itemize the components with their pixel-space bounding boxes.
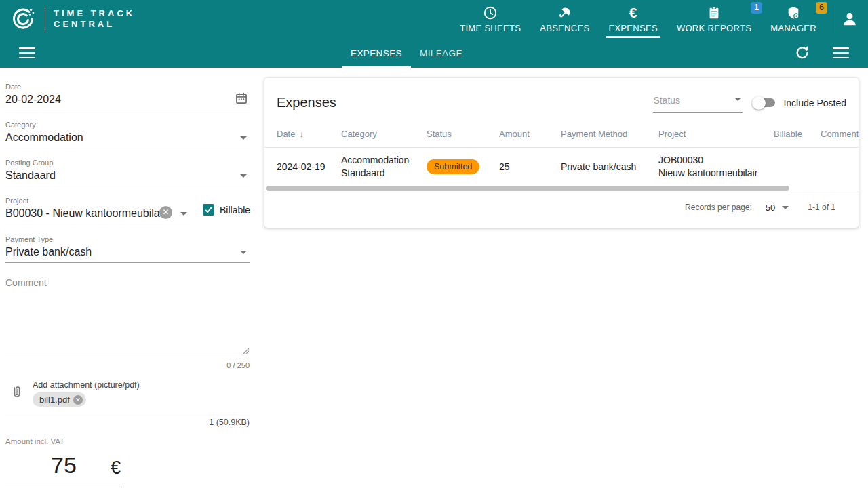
toggle-knob[interactable] — [752, 96, 766, 110]
app-logo: TIME TRACK CENTRAL — [0, 5, 135, 33]
chevron-down-icon[interactable] — [782, 206, 789, 209]
amount-label: Amount incl. VAT — [5, 437, 250, 445]
column-header-payment-method[interactable]: Payment Method — [561, 129, 658, 139]
nav-time-sheets[interactable]: TIME SHEETS — [458, 0, 523, 38]
attachment-filename: bill1.pdf — [39, 394, 70, 405]
cell-category: Accommodation Standaard — [341, 154, 427, 180]
amount-input[interactable]: 75 € — [5, 447, 122, 487]
top-app-bar: TIME TRACK CENTRAL TIME SHEETS ABSENCES … — [0, 0, 868, 38]
billable-checkbox[interactable] — [203, 204, 214, 216]
posting-group-field[interactable]: Posting Group Standaard — [5, 156, 250, 186]
remove-attachment-icon[interactable]: ✕ — [73, 395, 83, 405]
payment-type-value[interactable]: Private bank/cash — [5, 244, 250, 260]
manager-shield-icon — [786, 5, 801, 20]
add-attachment-label[interactable]: Add attachment (picture/pdf) — [33, 380, 140, 390]
clock-icon — [483, 5, 498, 20]
cell-project: JOB00030 Nieuw kantoormeubilair — [658, 154, 774, 180]
check-icon — [203, 205, 214, 215]
comment-char-counter: 0 / 250 — [5, 361, 250, 369]
attachment-summary: 1 (50.9KB) — [5, 418, 250, 427]
chevron-down-icon[interactable] — [240, 251, 247, 254]
sort-desc-icon[interactable]: ↓ — [299, 129, 304, 139]
logo-line2: CENTRAL — [54, 19, 135, 30]
status-filter-select[interactable]: Status — [653, 93, 743, 113]
currency-symbol: € — [111, 458, 121, 479]
billable-label: Billable — [220, 205, 250, 216]
posting-group-value[interactable]: Standaard — [5, 167, 250, 183]
table-row[interactable]: 2024-02-19 Accommodation Standaard Submi… — [264, 148, 859, 186]
chevron-down-icon[interactable] — [734, 98, 741, 101]
nav-label: MANAGER — [770, 23, 816, 33]
work-reports-badge: 1 — [751, 2, 762, 14]
user-divider — [831, 5, 831, 33]
payment-type-field[interactable]: Payment Type Private bank/cash — [5, 232, 250, 263]
column-header-date[interactable]: Date↓ — [277, 129, 341, 139]
scrollbar-thumb[interactable] — [266, 186, 789, 191]
expenses-list-card: Expenses Status Include Posted Date↓ Cat… — [264, 78, 859, 228]
category-field[interactable]: Category Accommodation — [5, 118, 250, 148]
column-header-amount[interactable]: Amount — [499, 129, 561, 139]
tab-expenses[interactable]: EXPENSES — [342, 38, 411, 68]
comment-textarea[interactable] — [5, 292, 250, 357]
chevron-down-icon[interactable] — [240, 174, 247, 178]
nav-label: EXPENSES — [608, 23, 657, 33]
logo-line1: TIME TRACK — [54, 8, 135, 19]
payment-type-label: Payment Type — [5, 235, 250, 244]
resize-handle[interactable] — [243, 348, 250, 354]
refresh-icon — [795, 45, 810, 60]
pagination-range: 1-1 of 1 — [808, 203, 835, 212]
billable-control: Billable — [203, 204, 250, 216]
page-title: Expenses — [277, 95, 336, 110]
tab-mileage[interactable]: MILEAGE — [411, 38, 471, 68]
comment-label: Comment — [5, 277, 250, 288]
clear-project-icon[interactable]: ✕ — [159, 206, 172, 219]
logo-text: TIME TRACK CENTRAL — [54, 8, 135, 30]
date-field[interactable]: Date 20-02-2024 — [5, 80, 250, 110]
person-icon — [841, 10, 859, 28]
nav-work-reports[interactable]: WORK REPORTS 1 — [675, 0, 753, 38]
expense-form: Date 20-02-2024 Category Accommodation P… — [5, 80, 250, 488]
tab-label: EXPENSES — [351, 48, 402, 58]
project-field[interactable]: Project B00030 - Nieuw kantoormeubilair … — [5, 194, 190, 224]
table-footer: Records per page: 50 1-1 of 1 — [264, 192, 859, 222]
status-placeholder: Status — [653, 95, 680, 106]
nav-manager[interactable]: MANAGER 6 — [768, 0, 818, 38]
clipboard-icon — [707, 5, 722, 20]
nav-label: WORK REPORTS — [677, 23, 751, 33]
date-value[interactable]: 20-02-2024 — [5, 92, 250, 107]
nav-absences[interactable]: ABSENCES — [538, 0, 591, 38]
include-posted-toggle[interactable] — [752, 96, 776, 110]
user-account-button[interactable] — [840, 9, 860, 29]
cell-amount: 25 — [499, 161, 561, 172]
tab-label: MILEAGE — [420, 48, 462, 58]
column-header-category[interactable]: Category — [341, 129, 427, 139]
amount-section: Amount incl. VAT 75 € — [5, 437, 250, 487]
amount-value[interactable]: 75 — [5, 452, 122, 479]
category-value[interactable]: Accommodation — [5, 129, 250, 145]
umbrella-icon — [557, 5, 572, 20]
attachment-section: Add attachment (picture/pdf) bill1.pdf ✕ — [5, 380, 250, 413]
column-header-billable[interactable]: Billable — [774, 129, 821, 139]
nav-label: ABSENCES — [540, 23, 589, 33]
secondary-bar: EXPENSES MILEAGE — [0, 38, 868, 68]
chevron-down-icon[interactable] — [240, 136, 247, 140]
subnav-actions — [795, 38, 868, 68]
manager-badge: 6 — [816, 2, 827, 14]
column-header-project[interactable]: Project — [658, 129, 774, 139]
right-menu-button[interactable] — [833, 47, 849, 58]
column-header-comment[interactable]: Comment — [821, 129, 859, 139]
attachment-chip[interactable]: bill1.pdf ✕ — [33, 392, 86, 407]
logo-divider — [45, 6, 45, 32]
calendar-icon[interactable] — [235, 92, 248, 105]
nav-expenses[interactable]: € EXPENSES — [606, 0, 659, 38]
chevron-down-icon[interactable] — [180, 212, 187, 216]
records-per-page-label: Records per page: — [685, 203, 752, 212]
left-menu-button[interactable] — [19, 47, 35, 58]
refresh-button[interactable] — [795, 45, 810, 60]
column-header-status[interactable]: Status — [427, 129, 499, 139]
paperclip-icon[interactable] — [5, 380, 33, 407]
records-per-page-value: 50 — [766, 203, 775, 213]
card-header: Expenses Status Include Posted — [264, 78, 859, 113]
records-per-page-select[interactable]: 50 — [766, 203, 789, 213]
category-label: Category — [5, 120, 250, 129]
